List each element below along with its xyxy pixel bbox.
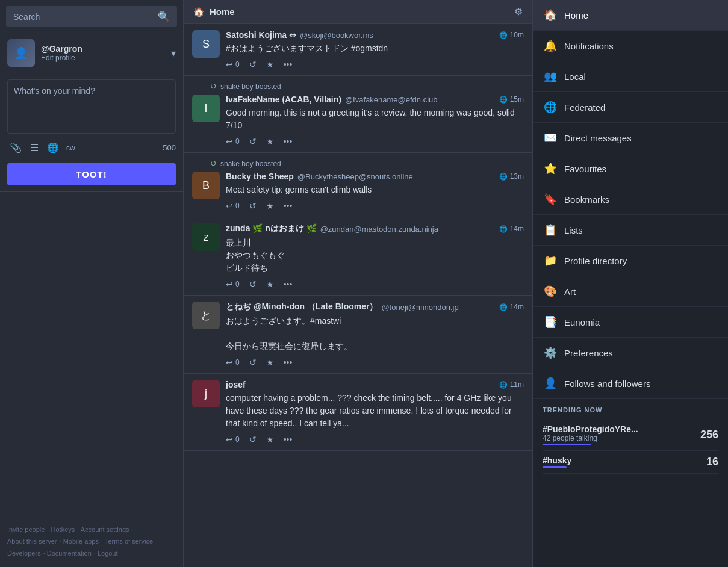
globe-icon: 🌐: [499, 303, 508, 311]
nav-label-preferences: Preferences: [564, 348, 613, 358]
sidebar-item-lists[interactable]: 📋 Lists: [533, 215, 728, 246]
sidebar-item-home[interactable]: 🏠 Home: [533, 0, 728, 31]
sidebar-item-notifications[interactable]: 🔔 Notifications: [533, 31, 728, 61]
favorite-button[interactable]: ★: [266, 60, 274, 69]
post-item: z zunda 🌿 nはおまけ 🌿 @zundan@mastodon.zunda…: [184, 217, 532, 296]
boost-button[interactable]: ↺: [249, 279, 257, 289]
compose-toolbar: 📎 ☰ 🌐 cw 500: [7, 136, 176, 160]
profile-chevron-icon[interactable]: ▾: [171, 48, 176, 59]
boost-button[interactable]: ↺: [249, 137, 257, 146]
about-server-link[interactable]: About this server: [7, 538, 57, 545]
post-body: Bucky the Sheep @Buckythesheep@snouts.on…: [226, 172, 524, 211]
more-button[interactable]: •••: [284, 137, 293, 146]
reply-button[interactable]: ↩ 0: [226, 358, 240, 367]
post-header: とねぢ @Minoh-don （Late Bloomer） @toneji@mi…: [226, 302, 524, 312]
nav-label-home: Home: [564, 10, 588, 20]
post-author-name[interactable]: Satoshi Kojima ⇔: [226, 30, 296, 40]
favorite-button[interactable]: ★: [266, 435, 274, 444]
post-author-name[interactable]: josef: [226, 380, 246, 389]
trending-bar: [543, 444, 591, 445]
account-settings-link[interactable]: Account settings: [81, 526, 129, 533]
avatar-initial: I: [204, 102, 207, 115]
attach-file-button[interactable]: 📎: [7, 140, 24, 156]
reply-button[interactable]: ↩ 0: [226, 137, 240, 146]
post-text: 最上川おやつもぐもぐビルド待ち: [226, 237, 524, 274]
compose-format-button[interactable]: ☰: [28, 140, 41, 156]
profile-info: @Gargron Edit profile: [41, 44, 171, 62]
boost-button[interactable]: ↺: [249, 201, 257, 211]
more-button[interactable]: •••: [284, 279, 293, 289]
nav-label-lists: Lists: [564, 225, 583, 235]
post-avatar[interactable]: と: [192, 302, 220, 329]
post-avatar[interactable]: S: [192, 30, 220, 58]
nav-label-follows-and-followers: Follows and followers: [564, 379, 650, 389]
profile-section: 👤 @Gargron Edit profile ▾: [0, 33, 183, 73]
mobile-apps-link[interactable]: Mobile apps: [63, 538, 99, 545]
sidebar-item-art[interactable]: 🎨 Art: [533, 276, 728, 307]
feed-settings-button[interactable]: ⚙: [514, 6, 523, 17]
logout-link[interactable]: Logout: [98, 550, 118, 557]
nav-label-profile-directory: Profile directory: [564, 256, 627, 266]
post-body: IvaFakeName (ACAB, Villain) @Ivafakename…: [226, 94, 524, 146]
trending-item[interactable]: #PuebloProtegidoYRe... 42 people talking…: [543, 420, 718, 451]
favorite-button[interactable]: ★: [266, 358, 274, 367]
sidebar-item-local[interactable]: 👥 Local: [533, 61, 728, 92]
more-button[interactable]: •••: [284, 60, 293, 69]
more-button[interactable]: •••: [284, 358, 293, 367]
post-handle: @zundan@mastodon.zunda.ninja: [320, 225, 438, 234]
post-item: ↺ snake boy boosted B Bucky the Sheep @B…: [184, 153, 532, 217]
sidebar-item-profile-directory[interactable]: 📁 Profile directory: [533, 246, 728, 276]
edit-profile-link[interactable]: Edit profile: [41, 54, 171, 62]
post-actions: ↩ 0 ↺ ★ •••: [226, 279, 524, 289]
developers-link[interactable]: Developers: [7, 550, 41, 557]
reply-button[interactable]: ↩ 0: [226, 435, 240, 444]
compose-globe-button[interactable]: 🌐: [45, 140, 61, 156]
sidebar-item-follows-and-followers[interactable]: 👤 Follows and followers: [533, 368, 728, 399]
feed-header: 🏠 Home ⚙: [184, 0, 532, 24]
nav-label-favourites: Favourites: [564, 164, 606, 174]
favorite-button[interactable]: ★: [266, 279, 274, 289]
post-author-name[interactable]: とねぢ @Minoh-don （Late Bloomer）: [226, 302, 378, 312]
boost-button[interactable]: ↺: [249, 358, 257, 367]
post-avatar[interactable]: I: [192, 94, 220, 122]
nav-label-eunomia: Eunomia: [564, 317, 600, 327]
post-body: zunda 🌿 nはおまけ 🌿 @zundan@mastodon.zunda.n…: [226, 223, 524, 289]
favorite-button[interactable]: ★: [266, 137, 274, 146]
reply-button[interactable]: ↩ 0: [226, 60, 240, 69]
post-avatar[interactable]: B: [192, 172, 220, 199]
post-text: #おはようございますマストドン #ogmstdn: [226, 42, 524, 55]
favorite-button[interactable]: ★: [266, 201, 274, 211]
hotkeys-link[interactable]: Hotkeys: [51, 526, 75, 533]
boost-button[interactable]: ↺: [249, 60, 257, 69]
toot-button[interactable]: TOOT!: [7, 163, 176, 185]
post-avatar[interactable]: z: [192, 223, 220, 251]
post-author-name[interactable]: zunda 🌿 nはおまけ 🌿: [226, 223, 317, 234]
compose-cw-label[interactable]: cw: [66, 144, 75, 152]
reply-button[interactable]: ↩ 0: [226, 201, 240, 211]
reply-button[interactable]: ↩ 0: [226, 279, 240, 289]
post-author-name[interactable]: Bucky the Sheep: [226, 172, 294, 181]
user-avatar: 👤: [7, 39, 35, 67]
sidebar-item-favourites[interactable]: ⭐ Favourites: [533, 153, 728, 184]
compose-textarea[interactable]: [7, 79, 176, 134]
more-button[interactable]: •••: [284, 435, 293, 444]
sidebar-item-bookmarks[interactable]: 🔖 Bookmarks: [533, 184, 728, 215]
trending-item[interactable]: #husky 16: [543, 451, 718, 474]
sidebar-item-eunomia[interactable]: 📑 Eunomia: [533, 307, 728, 338]
post-author-name[interactable]: IvaFakeName (ACAB, Villain): [226, 94, 341, 104]
post-body: とねぢ @Minoh-don （Late Bloomer） @toneji@mi…: [226, 302, 524, 367]
boost-button[interactable]: ↺: [249, 435, 257, 444]
globe-icon: 🌐: [499, 225, 508, 233]
documentation-link[interactable]: Documentation: [47, 550, 92, 557]
post-avatar[interactable]: j: [192, 380, 220, 407]
post-handle: @Ivafakename@efdn.club: [345, 95, 438, 104]
search-button[interactable]: 🔍: [158, 11, 170, 22]
search-input[interactable]: [13, 12, 158, 22]
more-button[interactable]: •••: [284, 201, 293, 211]
invite-people-link[interactable]: Invite people: [7, 526, 45, 533]
reply-count: 0: [235, 60, 240, 69]
sidebar-item-direct-messages[interactable]: ✉️ Direct messages: [533, 123, 728, 153]
sidebar-item-preferences[interactable]: ⚙️ Preferences: [533, 338, 728, 368]
terms-link[interactable]: Terms of service: [105, 538, 153, 545]
sidebar-item-federated[interactable]: 🌐 Federated: [533, 92, 728, 123]
